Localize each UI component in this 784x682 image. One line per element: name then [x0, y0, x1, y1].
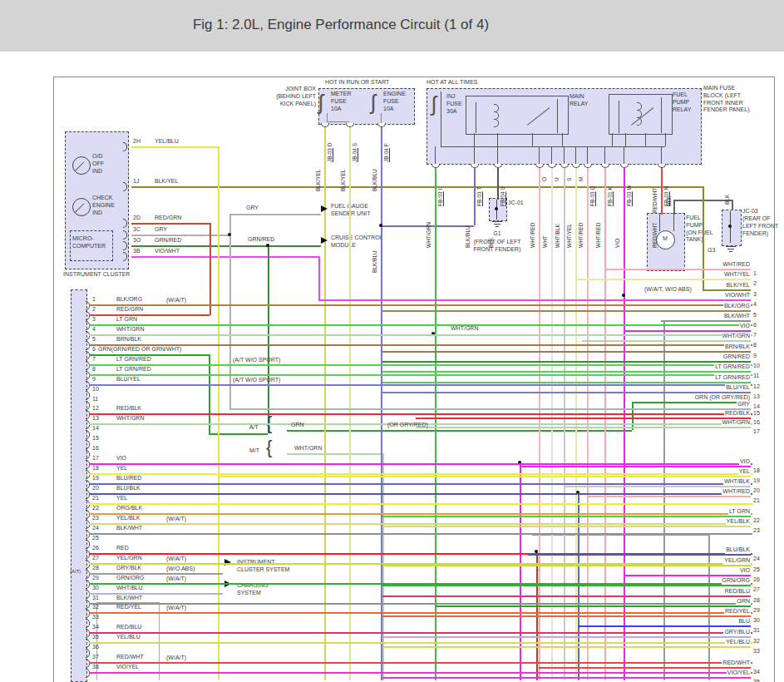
wire — [89, 603, 752, 605]
left-pin-number: 11 — [92, 396, 98, 402]
wire — [327, 113, 328, 121]
wire-color-label: BRN/BLK — [724, 343, 751, 351]
wire-label: WHT/GRN — [294, 445, 322, 452]
wire-note: (W/O ABS) — [166, 566, 195, 573]
pump-stub — [673, 213, 674, 231]
wire — [89, 304, 752, 306]
wire-color-label: WHT/RED — [529, 176, 536, 248]
ground-icon — [496, 226, 499, 227]
right-pin-number: 22 — [753, 517, 760, 523]
wire-color-label: RED/BLU — [116, 624, 141, 631]
wire-color-label: GRN/RED — [155, 237, 181, 245]
wire-color-label: YEL — [738, 468, 751, 476]
right-pin-number: 18 — [753, 467, 760, 473]
left-pin-number: 13 — [92, 415, 99, 421]
wire-color-label: VIO/WHT — [724, 292, 751, 299]
wire-label: BLK/BLU — [371, 230, 378, 273]
joint-box-location: JOINT BOX (BEHIND LEFT KICK PANEL) — [273, 86, 316, 107]
wire — [131, 235, 229, 236]
relay-box — [466, 96, 569, 135]
wire-color-label: VIO — [116, 455, 126, 462]
wire-color-label: BLU/YEL — [116, 376, 141, 383]
wire — [528, 554, 751, 556]
relay-stub — [645, 133, 646, 146]
wire-color-label: BLU/YEL — [725, 384, 751, 392]
wire — [382, 585, 751, 586]
right-pin-number: 30 — [753, 617, 760, 623]
wire-note: (W/A/T) — [166, 576, 186, 583]
wire — [382, 646, 751, 648]
wire-label: (OR GRY/RED) — [387, 422, 428, 429]
right-pin-number: 19 — [753, 477, 760, 483]
wire-color-label: YEL/BLU — [116, 634, 141, 641]
right-pin-number: 29 — [753, 607, 760, 613]
right-pin-number: 1 — [753, 270, 757, 276]
ground-icon — [729, 251, 732, 252]
wire-color-label: WHT/GRN — [722, 419, 751, 427]
wire-color-label: YEL/GRN — [116, 555, 142, 562]
wire-color-label: VIO — [739, 458, 751, 466]
relay-stub — [532, 133, 533, 146]
ground-icon — [494, 224, 500, 225]
wire — [382, 310, 751, 312]
ground-icon — [727, 249, 734, 250]
wire — [89, 672, 752, 674]
wire — [89, 632, 752, 634]
wire — [210, 223, 211, 315]
wire — [89, 493, 752, 495]
left-pin-number: 2 — [92, 306, 96, 312]
junction-dot — [622, 294, 625, 297]
wire-label: GRN — [291, 422, 304, 429]
wire-color-label: BLU — [737, 618, 751, 625]
wire — [89, 314, 210, 316]
wire-label: A/T — [249, 424, 259, 432]
relay-stub — [474, 133, 475, 146]
wire — [327, 121, 349, 122]
wire-color-label: WHT/GRN — [425, 176, 432, 248]
left-pin-number: 25 — [92, 535, 99, 541]
wire-color-label: BLK/WHT — [116, 525, 142, 532]
wire — [229, 214, 321, 215]
wire-color-label: WHT/BLK — [723, 478, 751, 486]
left-pin-number: 6 — [92, 346, 96, 352]
wire-color-label: LT GRN — [728, 508, 751, 516]
pin-code: 3B — [133, 248, 141, 255]
left-connector-box — [71, 289, 87, 682]
right-pin-number: 17 — [753, 428, 760, 434]
relay-stub — [497, 133, 498, 146]
pin-connector-label: FB-04 S — [499, 170, 506, 206]
wire-color-label: RED/YEL — [116, 604, 141, 611]
right-pin-number: 28 — [753, 597, 760, 603]
wire — [416, 418, 751, 419]
wire-color-label: LT GRN/RED — [116, 356, 151, 363]
pin-connector-label: FB-03 I — [436, 170, 444, 206]
cruise-control-target: CRUISE CONTROL MODULE — [331, 235, 399, 250]
wire — [89, 612, 752, 614]
wire — [520, 466, 751, 467]
left-pin-number: 38 — [92, 664, 99, 670]
junction-dot — [266, 244, 269, 247]
pin-code: 3C — [133, 226, 141, 234]
right-pin-number: 11 — [753, 373, 759, 378]
wire-color-label: GRY/BLU — [723, 629, 751, 636]
hot-in-run-note: HOT IN RUN OR START — [325, 79, 417, 86]
pin-code: 1J — [133, 178, 139, 185]
wire — [131, 256, 318, 258]
wire-color-label: GRY — [155, 226, 167, 234]
left-pin-number: 27 — [92, 555, 99, 561]
wire-color-label: WHT/GRN — [116, 326, 144, 334]
wire-color-label: WHT/GRN — [722, 333, 751, 340]
ground-icon — [726, 246, 736, 247]
left-pin-number: 16 — [92, 445, 99, 451]
wire-color-label: GRY/BLK — [116, 565, 141, 572]
wire-label: GRY — [246, 205, 259, 212]
wire-color-label: VIO/YEL — [116, 664, 139, 671]
pin-connector-label: FB-01 K — [606, 170, 614, 206]
wire — [89, 473, 752, 475]
wire — [604, 269, 751, 270]
left-pin-number: 21 — [92, 495, 99, 501]
wire — [382, 526, 751, 527]
left-pin-number: 18 — [92, 465, 99, 471]
brace-symbol: { — [266, 438, 272, 457]
pin-code: 2H — [133, 138, 141, 146]
